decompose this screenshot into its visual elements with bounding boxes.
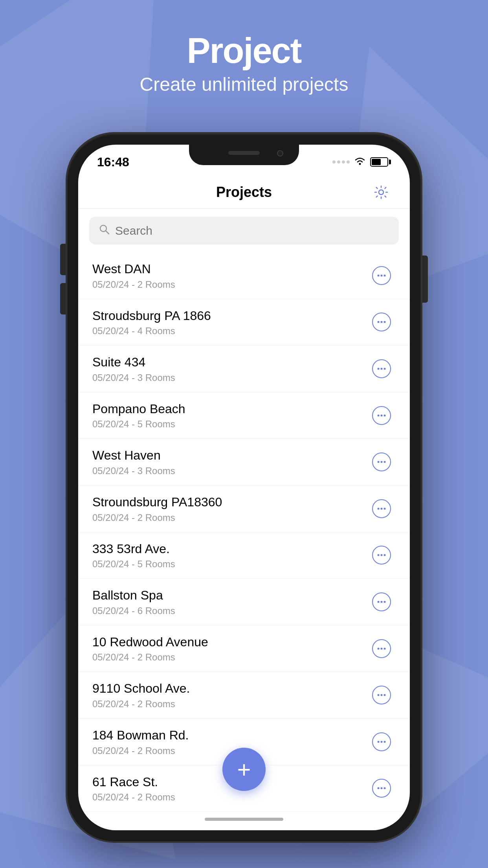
project-meta: 05/20/24 - 6 Rooms xyxy=(92,605,372,616)
search-input[interactable] xyxy=(115,224,389,237)
svg-point-9 xyxy=(384,321,386,323)
page-title: Project xyxy=(0,31,488,70)
notch xyxy=(189,145,299,165)
project-name: 184 Bowman Rd. xyxy=(92,727,372,744)
list-item[interactable]: West DAN 05/20/24 - 2 Rooms xyxy=(78,252,410,299)
project-meta: 05/20/24 - 3 Rooms xyxy=(92,465,372,476)
svg-point-7 xyxy=(378,321,380,323)
list-item[interactable]: Ballston Spa 05/20/24 - 6 Rooms xyxy=(78,579,410,625)
svg-point-29 xyxy=(381,647,383,649)
project-menu-button[interactable] xyxy=(372,546,391,565)
list-item[interactable]: 9110 School Ave. 05/20/24 - 2 Rooms xyxy=(78,672,410,719)
project-menu-button[interactable] xyxy=(372,592,391,611)
svg-point-4 xyxy=(378,274,380,276)
project-info: Pompano Beach 05/20/24 - 5 Rooms xyxy=(92,401,372,430)
svg-point-35 xyxy=(381,741,383,743)
project-meta: 05/20/24 - 4 Rooms xyxy=(92,326,372,337)
svg-point-6 xyxy=(384,274,386,276)
svg-line-3 xyxy=(106,231,109,234)
status-icons xyxy=(332,156,391,168)
project-info: West DAN 05/20/24 - 2 Rooms xyxy=(92,261,372,290)
svg-point-8 xyxy=(381,321,383,323)
wifi-icon xyxy=(354,156,366,168)
list-item[interactable]: Stroudsburg PA 1866 05/20/24 - 4 Rooms xyxy=(78,299,410,346)
settings-button[interactable] xyxy=(371,182,391,202)
svg-point-32 xyxy=(381,694,383,696)
project-menu-button[interactable] xyxy=(372,452,391,471)
list-item[interactable]: Suite 434 05/20/24 - 3 Rooms xyxy=(78,346,410,392)
project-name: 10 Redwood Avenue xyxy=(92,634,372,651)
svg-point-20 xyxy=(381,508,383,509)
project-menu-button[interactable] xyxy=(372,313,391,331)
project-info: Ballston Spa 05/20/24 - 6 Rooms xyxy=(92,587,372,616)
project-name: Stroundsburg PA18360 xyxy=(92,494,372,511)
project-meta: 05/20/24 - 2 Rooms xyxy=(92,652,372,663)
list-item[interactable]: Pompano Beach 05/20/24 - 5 Rooms xyxy=(78,392,410,439)
project-name: Pompano Beach xyxy=(92,401,372,417)
phone-screen: 16:48 xyxy=(78,145,410,830)
svg-point-34 xyxy=(378,741,380,743)
front-camera xyxy=(277,150,283,156)
svg-point-30 xyxy=(384,647,386,649)
svg-point-39 xyxy=(384,787,386,789)
project-menu-button[interactable] xyxy=(372,639,391,658)
svg-point-11 xyxy=(381,368,383,370)
svg-point-28 xyxy=(378,647,380,649)
project-menu-button[interactable] xyxy=(372,359,391,378)
svg-point-21 xyxy=(384,508,386,509)
list-item[interactable]: 10 Redwood Avenue 05/20/24 - 2 Rooms xyxy=(78,625,410,672)
project-menu-button[interactable] xyxy=(372,499,391,518)
svg-point-5 xyxy=(381,274,383,276)
status-time: 16:48 xyxy=(97,155,129,169)
project-name: 9110 School Ave. xyxy=(92,680,372,697)
project-menu-button[interactable] xyxy=(372,779,391,798)
add-project-button[interactable]: + xyxy=(222,748,266,791)
search-bar[interactable] xyxy=(89,217,399,245)
svg-point-16 xyxy=(378,461,380,463)
list-item[interactable]: West Haven 05/20/24 - 3 Rooms xyxy=(78,439,410,485)
svg-point-31 xyxy=(378,694,380,696)
svg-point-18 xyxy=(384,461,386,463)
svg-point-0 xyxy=(359,163,361,165)
volume-down-button xyxy=(60,283,66,314)
project-name: Ballston Spa xyxy=(92,587,372,604)
svg-point-1 xyxy=(379,190,383,195)
svg-point-33 xyxy=(384,694,386,696)
phone-mockup: 16:48 xyxy=(67,134,421,841)
svg-point-12 xyxy=(384,368,386,370)
project-meta: 05/20/24 - 2 Rooms xyxy=(92,279,372,290)
project-name: West Haven xyxy=(92,447,372,464)
project-info: Stroudsburg PA 1866 05/20/24 - 4 Rooms xyxy=(92,308,372,337)
svg-point-27 xyxy=(384,601,386,603)
volume-up-button xyxy=(60,244,66,275)
project-meta: 05/20/24 - 5 Rooms xyxy=(92,559,372,570)
project-menu-button[interactable] xyxy=(372,732,391,751)
project-menu-button[interactable] xyxy=(372,686,391,704)
signal-icon xyxy=(332,160,350,164)
svg-point-10 xyxy=(378,368,380,370)
battery-icon xyxy=(370,157,391,167)
project-info: 9110 School Ave. 05/20/24 - 2 Rooms xyxy=(92,680,372,710)
page-subtitle: Create unlimited projects xyxy=(0,74,488,95)
nav-title: Projects xyxy=(216,184,272,200)
projects-list: West DAN 05/20/24 - 2 Rooms Stroudsburg … xyxy=(78,252,410,830)
power-button xyxy=(422,256,428,303)
svg-point-15 xyxy=(384,414,386,416)
project-name: West DAN xyxy=(92,261,372,278)
project-name: Suite 434 xyxy=(92,354,372,371)
project-menu-button[interactable] xyxy=(372,266,391,285)
project-menu-button[interactable] xyxy=(372,406,391,425)
svg-point-14 xyxy=(381,414,383,416)
home-indicator xyxy=(205,818,283,821)
svg-point-24 xyxy=(384,554,386,556)
project-info: 10 Redwood Avenue 05/20/24 - 2 Rooms xyxy=(92,634,372,663)
project-meta: 05/20/24 - 2 Rooms xyxy=(92,512,372,523)
svg-point-36 xyxy=(384,741,386,743)
project-meta: 05/20/24 - 2 Rooms xyxy=(92,792,372,803)
list-item[interactable]: Stroundsburg PA18360 05/20/24 - 2 Rooms xyxy=(78,485,410,532)
svg-point-19 xyxy=(378,508,380,509)
svg-point-23 xyxy=(381,554,383,556)
project-name: Stroudsburg PA 1866 xyxy=(92,308,372,324)
project-meta: 05/20/24 - 3 Rooms xyxy=(92,372,372,383)
list-item[interactable]: 333 53rd Ave. 05/20/24 - 5 Rooms xyxy=(78,532,410,579)
